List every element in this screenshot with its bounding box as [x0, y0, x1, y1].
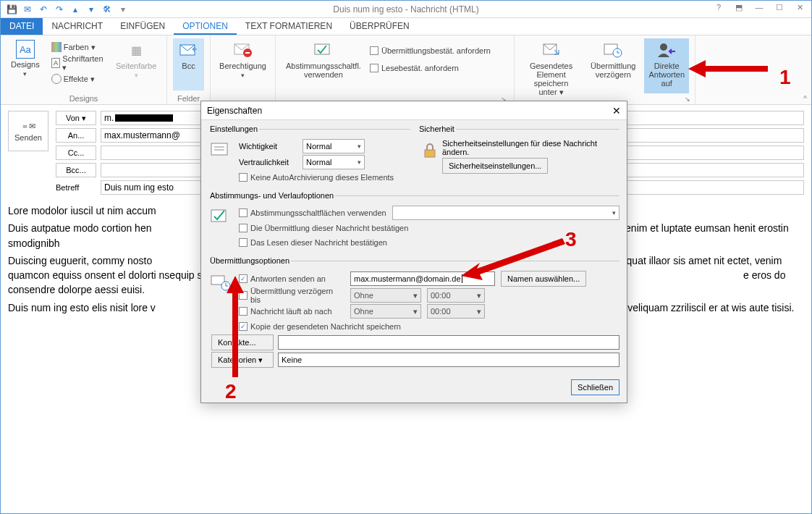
- chevron-down-icon: ▾: [358, 159, 361, 166]
- quick-access-toolbar: 💾 ✉ ↶ ↷ ▴ ▾ 🛠 ▾: [1, 3, 130, 16]
- ribbon-tabs: DATEI NACHRICHT EINFÜGEN OPTIONEN TEXT F…: [1, 18, 811, 35]
- delay-time-select[interactable]: 00:00▾: [427, 288, 485, 303]
- expire-date-select[interactable]: Ohne▾: [350, 304, 421, 319]
- delay-delivery-checkbox[interactable]: Übermittlung verzögern bis: [239, 289, 344, 302]
- chevron-down-icon: ▾: [413, 291, 418, 300]
- dialog-titlebar: Eigenschaften ✕: [201, 101, 627, 120]
- dialog-title: Eigenschaften: [207, 106, 262, 116]
- save-copy-checkbox[interactable]: ✓Kopie der gesendeten Nachricht speicher…: [239, 320, 401, 333]
- close-icon[interactable]: ✕: [792, 3, 807, 12]
- no-autoarchive-checkbox[interactable]: Keine AutoArchivierung dieses Elements: [239, 171, 394, 184]
- from-button[interactable]: Von ▾: [56, 111, 96, 125]
- colors-icon: [51, 42, 62, 52]
- svg-point-8: [660, 43, 667, 51]
- save-sent-button[interactable]: Gesendetes Element speichern unter ▾: [520, 38, 582, 98]
- group-weitere-optionen: Gesendetes Element speichern unter ▾ Übe…: [515, 35, 695, 104]
- delay-date-select[interactable]: Ohne▾: [350, 288, 421, 303]
- dialog-close-icon[interactable]: ✕: [612, 105, 621, 117]
- undo-icon[interactable]: ↶: [37, 3, 50, 16]
- reply-to-input[interactable]: max.mustermann@domain.de: [350, 271, 495, 286]
- voting-options-select[interactable]: ▾: [392, 206, 619, 220]
- berechtigung-button[interactable]: Berechtigung ▾: [216, 38, 269, 80]
- schriftarten-button[interactable]: ASchriftarten ▾: [48, 56, 107, 70]
- group-designs: Aa Designs ▾ Farben ▾ ASchriftarten ▾ Ef…: [1, 35, 167, 104]
- close-button[interactable]: Schließen: [571, 379, 619, 395]
- annotation-number-1: 1: [779, 66, 791, 89]
- sensitivity-select[interactable]: Normal▾: [303, 155, 365, 169]
- security-settings-button[interactable]: Sicherheitseinstellungen...: [442, 158, 548, 174]
- ribbon-toggle-icon[interactable]: ⬒: [732, 3, 746, 12]
- read-receipt-checkbox[interactable]: Lesebestät. anfordern: [370, 62, 491, 75]
- farben-button[interactable]: Farben ▾: [48, 40, 107, 54]
- bcc-button[interactable]: Bcc: [173, 38, 204, 90]
- expire-time-select[interactable]: 00:00▾: [427, 304, 485, 319]
- tab-einfuegen[interactable]: EINFÜGEN: [111, 18, 174, 35]
- save-sent-icon: [541, 40, 562, 60]
- tab-datei[interactable]: DATEI: [1, 18, 43, 35]
- direct-replies-button[interactable]: Direkte Antworten auf: [644, 38, 689, 93]
- up-icon[interactable]: ▴: [69, 3, 82, 16]
- down-icon[interactable]: ▾: [85, 3, 98, 16]
- delivery-options-fieldset: Übermittlungsoptionen ✓Antworten senden …: [208, 256, 619, 371]
- chevron-down-icon: ▾: [477, 307, 481, 316]
- bcc-icon: [179, 40, 199, 60]
- help-icon[interactable]: ?: [711, 3, 726, 12]
- svg-rect-9: [211, 143, 227, 155]
- contacts-input[interactable]: [278, 335, 619, 350]
- select-names-button[interactable]: Namen auswählen...: [501, 271, 586, 287]
- tools-icon[interactable]: 🛠: [101, 3, 114, 16]
- group-launcher-icon[interactable]: ↘: [685, 96, 692, 103]
- send-envelope-icon: ＝✉: [21, 121, 35, 132]
- lock-icon: [418, 140, 442, 161]
- group-verlauf: Abstimmungsschaltfl. verwenden Übermittl…: [276, 35, 515, 104]
- app-window: 💾 ✉ ↶ ↷ ▴ ▾ 🛠 ▾ Duis num ing esto - Nach…: [0, 0, 812, 514]
- annotation-number-2: 2: [225, 380, 237, 403]
- collapse-ribbon-icon[interactable]: ^: [803, 95, 807, 103]
- subject-label: Betreff: [56, 180, 96, 195]
- seitenfarbe-button[interactable]: ▦ Seitenfarbe ▾: [111, 38, 161, 86]
- cc-button[interactable]: Cc...: [56, 146, 96, 160]
- abstimmung-button[interactable]: Abstimmungsschaltfl. verwenden: [282, 38, 365, 80]
- effekte-button[interactable]: Effekte ▾: [48, 72, 107, 86]
- redo-icon[interactable]: ↷: [53, 3, 66, 16]
- tab-nachricht[interactable]: NACHRICHT: [43, 18, 111, 35]
- designs-button[interactable]: Aa Designs ▾: [7, 38, 44, 86]
- tab-textformatieren[interactable]: TEXT FORMATIEREN: [237, 18, 341, 35]
- voting-buttons-checkbox[interactable]: Abstimmungsschaltflächen verwenden: [239, 206, 386, 219]
- permission-icon: [233, 40, 253, 60]
- properties-dialog: Eigenschaften ✕ Einstellungen Wichtigkei…: [200, 101, 627, 403]
- page-color-icon: ▦: [126, 40, 146, 60]
- save-icon[interactable]: 💾: [5, 3, 18, 16]
- direct-replies-icon: [656, 40, 677, 60]
- send-icon[interactable]: ✉: [21, 3, 34, 16]
- bcc-button[interactable]: Bcc...: [56, 163, 96, 177]
- voting-tracking-fieldset: Abstimmungs- und Verlaufoptionen Abstimm…: [208, 191, 619, 252]
- send-button[interactable]: ＝✉ Senden: [8, 111, 48, 151]
- svg-rect-4: [315, 44, 329, 54]
- chevron-down-icon: ▾: [612, 209, 616, 216]
- settings-fieldset: Einstellungen Wichtigkeit Normal▾ Vertra…: [208, 125, 410, 187]
- checkbox-icon: [370, 64, 378, 72]
- to-button[interactable]: An...: [56, 128, 96, 143]
- maximize-icon[interactable]: ☐: [772, 3, 787, 12]
- expires-checkbox[interactable]: Nachricht läuft ab nach: [239, 305, 344, 318]
- delay-delivery-button[interactable]: Übermittlung verzögern: [586, 38, 640, 98]
- checkbox-icon: [370, 46, 378, 55]
- categories-button[interactable]: Kategorien ▾: [211, 352, 274, 368]
- minimize-icon[interactable]: —: [752, 3, 766, 12]
- sensitivity-label: Vertraulichkeit: [239, 158, 297, 167]
- importance-select[interactable]: Normal▾: [303, 139, 365, 153]
- importance-label: Wichtigkeit: [239, 142, 297, 151]
- reply-to-checkbox[interactable]: ✓Antworten senden an: [239, 272, 344, 285]
- redacted-bar: [115, 114, 173, 122]
- tab-ueberpruefen[interactable]: ÜBERPRÜFEN: [341, 18, 418, 35]
- delivery-receipt-checkbox[interactable]: Übermittlungsbestät. anfordern: [370, 44, 491, 57]
- qat-customize-icon[interactable]: ▾: [117, 3, 130, 16]
- contacts-button[interactable]: Kontakte...: [211, 334, 274, 350]
- fonts-icon: A: [51, 58, 61, 68]
- delivery-confirm-checkbox[interactable]: Die Übermittlung dieser Nachricht bestät…: [239, 222, 408, 235]
- read-confirm-checkbox[interactable]: Das Lesen dieser Nachricht bestätigen: [239, 236, 387, 249]
- settings-icon: [208, 140, 233, 161]
- tab-optionen[interactable]: OPTIONEN: [174, 18, 237, 35]
- security-text: Sicherheitseinstellungen für diese Nachr…: [442, 139, 619, 156]
